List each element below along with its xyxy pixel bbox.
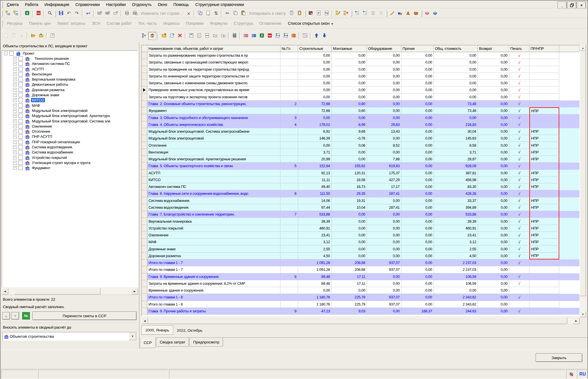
cell-name[interactable]: Модульный блок электрощитовой (147, 135, 280, 142)
cell-value[interactable]: 0,00 (367, 211, 401, 218)
expand-icon[interactable]: + (13, 135, 17, 138)
cell-value[interactable]: 0,00 (332, 66, 367, 73)
scroll-left-icon[interactable]: ◀ (141, 317, 148, 324)
cell-value[interactable]: 0,00 (401, 128, 434, 135)
tree-item-label[interactable]: Озеленение (31, 124, 53, 128)
paste-button[interactable] (240, 10, 247, 17)
checkbox[interactable] (18, 56, 23, 61)
cell-value[interactable]: 0,00 (401, 149, 434, 156)
cell-print-check[interactable]: √ (509, 259, 529, 266)
cell-value[interactable]: 0,00 (332, 232, 367, 239)
cell-value[interactable]: 1 091,28 (298, 259, 332, 266)
calc-table-button[interactable]: % (301, 32, 309, 40)
arrow-up-button[interactable] (313, 32, 320, 40)
menu-item-5[interactable]: Настройки (103, 1, 129, 8)
cell-chapter-number[interactable] (280, 280, 298, 287)
cell-value[interactable]: 0,00 (401, 197, 434, 204)
cell-value[interactable]: 0,00 (367, 94, 401, 101)
cell-value[interactable]: 9,03 (332, 308, 367, 315)
cell-value[interactable]: 0,00 (401, 266, 434, 273)
cell-value[interactable]: 0,00 (332, 253, 367, 259)
cell-print-check[interactable]: √ (509, 135, 529, 142)
xml-green-button[interactable]: XML (274, 32, 281, 40)
cell-value[interactable]: 0,00 (401, 183, 434, 190)
indent-left-button[interactable] (353, 10, 361, 17)
open-windows-list-button[interactable]: Список открытых окон▼ (285, 19, 337, 27)
minimize-icon[interactable]: _ (558, 1, 567, 9)
tree-item[interactable]: +Модульный блок электрощитовой. Архитект… (2, 113, 138, 118)
cell-value[interactable]: 0,00 (478, 80, 509, 87)
tree-item-label[interactable]: Модульный блок электрощитовой (31, 108, 88, 113)
cell-print-check[interactable]: √ (509, 59, 529, 66)
cell-prnpr[interactable] (529, 163, 559, 169)
cell-value[interactable]: -0,76 (332, 135, 367, 142)
tree-item-label[interactable]: ПНР АСУТП (31, 134, 53, 139)
cell-value[interactable]: 0,00 (367, 232, 401, 239)
tree-item-label[interactable]: Фундамент (31, 166, 51, 170)
cell-name[interactable]: Затраты, связанные с организацией соотве… (147, 59, 280, 66)
cell-chapter-number[interactable]: 2 (280, 101, 298, 107)
print-button[interactable] (123, 10, 131, 17)
exchange-doc-button[interactable] (204, 10, 212, 17)
cell-value[interactable]: 0,00 (478, 94, 509, 101)
cell-value[interactable]: 0,00 (478, 135, 509, 142)
link-doc-button[interactable] (196, 10, 204, 17)
tree-item[interactable]: +Дорожные знаки (2, 92, 138, 97)
cell-prnpr[interactable]: НПР (529, 232, 559, 239)
cell-print-check[interactable]: √ (509, 245, 529, 252)
cell-value[interactable]: 0,00 (367, 245, 401, 252)
cell-value[interactable]: 0,00 (298, 287, 332, 294)
cell-value[interactable]: 89,48 (298, 273, 332, 280)
expand-icon[interactable]: + (13, 156, 17, 159)
cell-value[interactable]: 0,80 (332, 107, 367, 114)
menu-item-1[interactable]: Смета (4, 1, 22, 8)
cell-chapter-number[interactable]: 5 (280, 163, 298, 169)
cell-value[interactable]: 937,07 (367, 266, 401, 273)
cell-name[interactable]: Глава 2. Основные объекты строительства,… (147, 101, 280, 107)
table-row[interactable]: Затраты на проведение на территории стро… (142, 66, 579, 73)
cell-chapter-number[interactable]: 6 (280, 190, 298, 197)
column-header[interactable]: Прочие (401, 45, 434, 52)
machine-3-button[interactable] (112, 10, 119, 17)
cell-value[interactable]: 0,00 (367, 273, 401, 280)
scroll-right-icon[interactable]: ▶ (573, 317, 579, 324)
cell-prnpr[interactable] (529, 80, 559, 87)
cell-chapter-number[interactable] (280, 142, 298, 149)
cell-chapter-number[interactable]: 8 (280, 273, 298, 280)
cell-value[interactable]: 2,55 (298, 245, 332, 252)
align-lines-button[interactable] (369, 10, 377, 17)
cell-chapter-number[interactable] (280, 266, 298, 273)
cell-value[interactable]: 23,41 (298, 232, 332, 239)
cell-value[interactable]: 0,00 (478, 273, 509, 280)
cell-value[interactable]: 0,00 (401, 59, 434, 66)
cell-value[interactable]: 8,99 (332, 121, 367, 128)
table-row[interactable]: Дорожные знаки2,550,000,000,002,550,00√Н… (142, 245, 579, 252)
cell-value[interactable]: 1 180,76 (298, 294, 332, 301)
cell-chapter-number[interactable] (280, 94, 298, 101)
view-tab[interactable]: ССР (140, 337, 156, 348)
truck-button[interactable] (412, 10, 420, 17)
copy-button[interactable] (232, 10, 239, 17)
table-row[interactable]: Устройство покрытий460,910,000,000,00460… (142, 225, 579, 232)
cell-print-check[interactable]: √ (509, 280, 529, 287)
cell-value[interactable]: 0,00 (332, 73, 367, 80)
cell-print-check[interactable]: √ (509, 142, 529, 149)
checkbox[interactable] (18, 129, 23, 134)
menu-item-6[interactable]: Отдохнуть (129, 1, 155, 8)
hscroll-thumb[interactable] (148, 317, 567, 324)
table-row[interactable]: Затраты на временные здания и сооружения… (142, 280, 579, 287)
doc-add-button[interactable] (168, 32, 176, 40)
cell-prnpr[interactable]: НПР (529, 149, 559, 156)
cell-chapter-number[interactable]: 9 (280, 308, 298, 315)
cell-value[interactable]: 0,00 (478, 280, 509, 287)
checkbox[interactable] (18, 98, 23, 102)
tree-item-label[interactable]: Модульный блок электрощитовой. Архитекту… (31, 114, 111, 118)
help-doc-button[interactable]: ? (49, 32, 56, 40)
close-x-button[interactable]: × (185, 10, 192, 17)
expand-icon[interactable]: + (13, 93, 17, 97)
cell-print-check[interactable]: √ (509, 170, 529, 177)
tree-root-item[interactable]: −Проект (2, 51, 138, 56)
cell-print-check[interactable]: √ (509, 128, 529, 135)
column-header[interactable]: Возврат (478, 45, 509, 52)
tree-item-label[interactable]: Демонтажные работы (31, 82, 69, 87)
